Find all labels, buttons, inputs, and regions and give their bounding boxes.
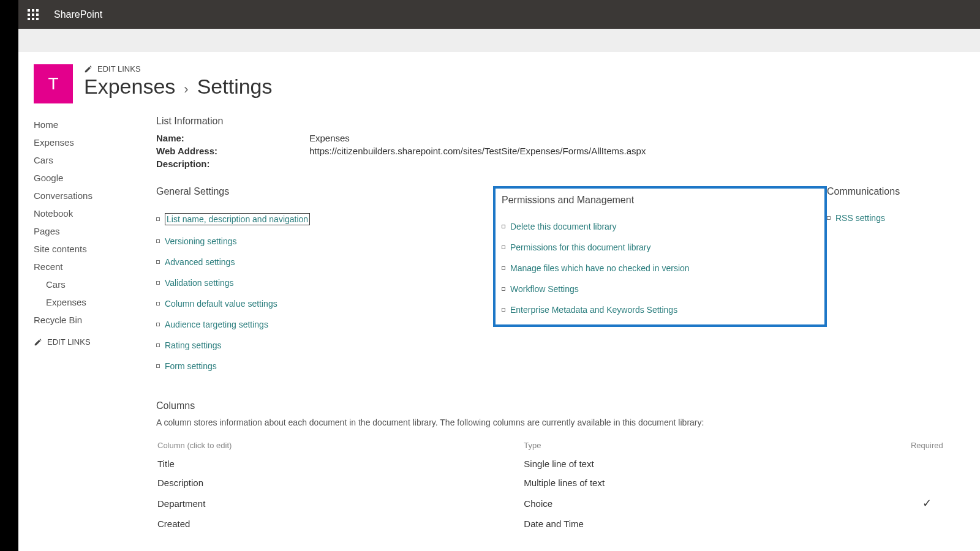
bullet-icon (156, 260, 160, 264)
general-settings-heading: General Settings (156, 186, 493, 197)
breadcrumb: Expenses › Settings (84, 75, 965, 99)
link-manage-files-no-checkin[interactable]: Manage files which have no checked in ve… (510, 263, 690, 273)
permissions-heading: Permissions and Management (502, 195, 818, 206)
edit-links-bottom[interactable]: EDIT LINKS (34, 337, 156, 347)
bullet-icon (156, 239, 160, 243)
column-required: ✓ (891, 493, 963, 514)
th-column: Column (click to edit) (157, 437, 522, 454)
column-link-created[interactable]: Created (157, 519, 190, 529)
column-link-description[interactable]: Description (157, 478, 203, 488)
waffle-icon (28, 9, 39, 20)
bullet-icon (502, 225, 505, 228)
column-type: Multiple lines of text (524, 474, 889, 492)
bullet-icon (156, 302, 160, 305)
link-rss-settings[interactable]: RSS settings (835, 213, 885, 223)
checkmark-icon: ✓ (922, 497, 932, 509)
info-value-name: Expenses (309, 133, 350, 143)
th-required: Required (891, 437, 963, 454)
bullet-icon (502, 266, 505, 270)
link-audience-targeting[interactable]: Audience targeting settings (165, 320, 268, 329)
bullet-icon (156, 323, 160, 326)
nav-item-recent[interactable]: Recent (34, 258, 156, 276)
nav-item-site-contents[interactable]: Site contents (34, 240, 156, 258)
column-type: Choice (524, 493, 889, 514)
table-row: Created Date and Time (157, 515, 963, 533)
info-label-description: Description: (156, 159, 309, 169)
column-link-title[interactable]: Title (157, 459, 175, 469)
table-row: Department Choice ✓ (157, 493, 963, 514)
link-rating-settings[interactable]: Rating settings (165, 340, 222, 350)
pencil-icon (34, 338, 42, 347)
bullet-icon (502, 308, 505, 312)
content-area: T EDIT LINKS Expenses › Settings Home Ex… (18, 52, 980, 551)
pencil-icon (84, 65, 92, 73)
table-row: Description Multiple lines of text (157, 474, 963, 492)
link-delete-library[interactable]: Delete this document library (510, 222, 617, 231)
bullet-icon (156, 281, 160, 285)
breadcrumb-separator-icon: › (184, 81, 188, 97)
permissions-highlight-box: Permissions and Management Delete this d… (493, 186, 827, 327)
edit-links-label: EDIT LINKS (47, 337, 91, 347)
breadcrumb-main[interactable]: Expenses (84, 75, 175, 99)
column-link-department[interactable]: Department (157, 498, 205, 509)
edit-links-top[interactable]: EDIT LINKS (84, 64, 965, 73)
app-launcher-button[interactable] (18, 0, 48, 29)
nav-item-expenses[interactable]: Expenses (34, 133, 156, 151)
link-column-default-value[interactable]: Column default value settings (165, 299, 277, 309)
nav-item-recent-cars[interactable]: Cars (34, 276, 156, 293)
columns-description: A column stores information about each d… (156, 418, 965, 427)
nav-item-pages[interactable]: Pages (34, 222, 156, 240)
bullet-icon (156, 217, 160, 221)
nav-item-home[interactable]: Home (34, 116, 156, 133)
info-value-web-address: https://citizenbuilders.sharepoint.com/s… (309, 146, 646, 156)
info-label-name: Name: (156, 133, 309, 143)
columns-table: Column (click to edit) Type Required Tit… (156, 436, 965, 534)
column-required (891, 515, 963, 533)
nav-item-notebook[interactable]: Notebook (34, 204, 156, 222)
link-advanced-settings[interactable]: Advanced settings (165, 257, 235, 267)
left-nav: Home Expenses Cars Google Conversations … (34, 116, 156, 534)
ribbon-bar (18, 29, 980, 52)
bullet-icon (156, 343, 160, 347)
columns-heading: Columns (156, 400, 965, 411)
app-name: SharePoint (54, 9, 102, 20)
table-row: Title Single line of text (157, 455, 963, 473)
list-information-heading: List Information (156, 116, 965, 127)
edit-links-label: EDIT LINKS (97, 64, 141, 73)
nav-item-conversations[interactable]: Conversations (34, 187, 156, 204)
nav-item-google[interactable]: Google (34, 169, 156, 187)
bullet-icon (156, 364, 160, 368)
bullet-icon (502, 287, 505, 291)
column-required (891, 474, 963, 492)
column-required (891, 455, 963, 473)
column-type: Date and Time (524, 515, 889, 533)
link-form-settings[interactable]: Form settings (165, 361, 217, 371)
suite-bar: SharePoint (18, 0, 980, 29)
bullet-icon (827, 216, 831, 220)
column-type: Single line of text (524, 455, 889, 473)
bullet-icon (502, 246, 505, 249)
page-title: Settings (197, 75, 273, 99)
nav-item-recycle-bin[interactable]: Recycle Bin (34, 311, 156, 329)
link-permissions-library[interactable]: Permissions for this document library (510, 242, 651, 252)
th-type: Type (524, 437, 889, 454)
info-label-web-address: Web Address: (156, 146, 309, 156)
nav-item-cars[interactable]: Cars (34, 151, 156, 169)
link-enterprise-metadata[interactable]: Enterprise Metadata and Keywords Setting… (510, 305, 677, 315)
link-validation-settings[interactable]: Validation settings (165, 278, 234, 288)
communications-heading: Communications (827, 186, 965, 197)
link-list-name-description[interactable]: List name, description and navigation (165, 213, 310, 225)
link-versioning-settings[interactable]: Versioning settings (165, 236, 237, 246)
nav-item-recent-expenses[interactable]: Expenses (34, 293, 156, 311)
link-workflow-settings[interactable]: Workflow Settings (510, 284, 579, 294)
site-logo[interactable]: T (34, 64, 73, 103)
left-black-bar (0, 0, 18, 551)
